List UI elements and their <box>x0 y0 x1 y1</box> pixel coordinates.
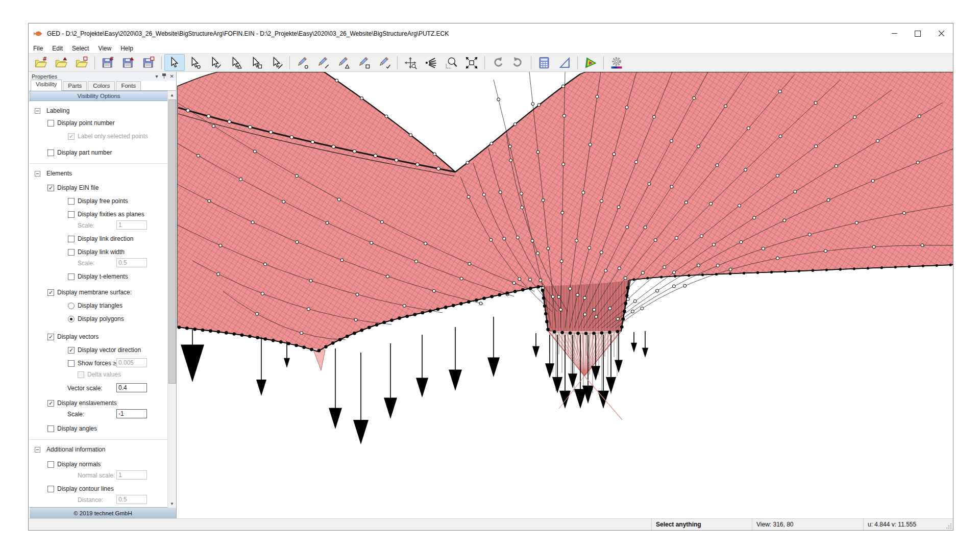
create-quad-button[interactable] <box>354 54 374 71</box>
tab-colors[interactable]: Colors <box>88 81 115 90</box>
row-display-link-width: Display link width <box>30 247 168 257</box>
display-contour-lines-checkbox[interactable] <box>47 486 54 492</box>
maximize-button[interactable] <box>906 23 929 43</box>
panel-close-icon[interactable]: ✕ <box>170 73 174 79</box>
menu-item-select[interactable]: Select <box>67 44 93 53</box>
display-fixities-as-planes-checkbox[interactable] <box>68 211 75 218</box>
display-enslavements-checkbox[interactable]: ✓ <box>47 400 54 407</box>
save-ein-file-button[interactable]: # <box>97 54 118 71</box>
distance-label: Distance: <box>78 496 103 504</box>
panel-menu-arrow-icon[interactable]: ▾ <box>156 73 158 79</box>
pencil-check-icon <box>378 56 391 69</box>
open-cut-file-button[interactable] <box>71 54 92 71</box>
save-cut-file-button[interactable] <box>138 54 159 71</box>
row-display-fixities-as-planes: Display fixities as planes <box>30 210 168 219</box>
measure-button[interactable] <box>554 54 575 71</box>
tab-fonts[interactable]: Fonts <box>116 81 141 90</box>
tab-visibility[interactable]: Visibility <box>31 80 62 91</box>
redo-button[interactable] <box>508 54 528 71</box>
display-link-direction-checkbox[interactable] <box>68 236 75 242</box>
menu-item-view[interactable]: View <box>93 44 116 53</box>
open-force-file-button[interactable] <box>51 54 71 71</box>
select-links-button[interactable] <box>205 54 226 71</box>
folder-triangle-icon <box>55 56 68 69</box>
scroll-up-icon[interactable]: ▲ <box>168 91 176 99</box>
row-display-normals: Display normals <box>30 460 168 469</box>
menu-item-edit[interactable]: Edit <box>47 44 67 53</box>
create-point-button[interactable] <box>292 54 313 71</box>
display-polygons-radio[interactable] <box>68 316 75 322</box>
calculator-button[interactable] <box>534 54 554 71</box>
cursor-circle-icon <box>188 56 202 69</box>
close-button[interactable] <box>929 23 953 43</box>
display-vector-direction-checkbox[interactable]: ✓ <box>68 347 75 354</box>
select-points-button[interactable] <box>185 54 205 71</box>
minimize-icon <box>892 33 897 34</box>
options-header: Visibility Options <box>30 91 168 101</box>
zoom-extents-button[interactable] <box>461 54 482 71</box>
show-forces-checkbox[interactable] <box>68 360 75 367</box>
display-enslavements-label: Display enslavements <box>57 399 117 407</box>
create-triangle-button[interactable] <box>333 54 354 71</box>
edit-element-button[interactable] <box>374 54 395 71</box>
viewport-canvas[interactable] <box>177 72 953 519</box>
display-free-points-checkbox[interactable] <box>68 198 75 205</box>
scroll-thumb[interactable] <box>168 99 176 384</box>
collapse-icon[interactable] <box>35 447 40 453</box>
save-square-icon <box>142 56 155 69</box>
undo-button[interactable] <box>487 54 508 71</box>
row-display-vector-direction: ✓Display vector direction <box>30 345 168 355</box>
title-bar: GED - D:\2_Projekte\Easy\2020\03_26_Webs… <box>29 23 953 43</box>
force-density-view-button[interactable] <box>580 54 601 71</box>
save-force-file-button[interactable] <box>118 54 138 71</box>
row-display-polygons: Display polygons <box>30 314 168 323</box>
display-link-width-checkbox[interactable] <box>68 249 75 256</box>
auto-hide-pin-icon[interactable] <box>162 73 166 79</box>
status-uv-coords: u: 4.844 v: 11.555 <box>863 519 944 530</box>
panel-scrollbar[interactable]: ▲ ▼ <box>167 91 176 508</box>
select-triangles-button[interactable] <box>226 54 246 71</box>
scroll-down-icon[interactable]: ▼ <box>168 499 176 508</box>
dynamic-zoom-button[interactable] <box>421 54 441 71</box>
save-triangle-icon <box>121 56 135 69</box>
select-elements-button[interactable] <box>266 54 287 71</box>
menu-item-help[interactable]: Help <box>116 44 138 53</box>
display-vector-direction-label: Display vector direction <box>78 346 141 354</box>
display-membrane-surface-label: Display membrane surface: <box>57 289 132 296</box>
minimize-button[interactable] <box>883 23 906 43</box>
select-anything-button[interactable] <box>164 54 185 71</box>
create-link-button[interactable] <box>313 54 333 71</box>
zoom-window-button[interactable] <box>441 54 461 71</box>
group-separator <box>30 163 168 164</box>
open-ein-file-button[interactable]: # <box>31 54 51 71</box>
row-display-free-points: Display free points <box>30 196 168 206</box>
display-part-number-checkbox[interactable] <box>47 149 54 156</box>
funnel-neck <box>542 280 629 334</box>
fd-triangle-icon <box>584 56 597 69</box>
row-show-forces: Show forces ≥ <box>30 359 168 368</box>
display-triangles-radio[interactable] <box>68 303 75 309</box>
display-t-elements-checkbox[interactable] <box>68 273 75 280</box>
row-display-link-direction: Display link direction <box>30 234 168 243</box>
select-quads-button[interactable] <box>246 54 266 71</box>
display-angles-checkbox[interactable] <box>47 425 54 432</box>
display-point-number-checkbox[interactable] <box>47 120 54 127</box>
collapse-icon[interactable] <box>35 108 40 114</box>
settings-button[interactable] <box>606 54 627 71</box>
collapse-icon[interactable] <box>35 171 40 177</box>
scale-input <box>116 220 147 230</box>
normal-scale-label: Normal scale: <box>78 472 115 479</box>
resize-grip[interactable] <box>944 519 953 530</box>
move-view-button[interactable] <box>400 54 421 71</box>
display-ein-file-checkbox[interactable]: ✓ <box>47 185 54 191</box>
vector-scale-input[interactable] <box>116 383 147 392</box>
pencil-circle-icon <box>296 56 309 69</box>
row-display-point-number: Display point number <box>30 118 168 128</box>
display-normals-checkbox[interactable] <box>47 461 54 468</box>
display-vectors-checkbox[interactable]: ✓ <box>47 334 54 340</box>
menu-item-file[interactable]: File <box>29 44 47 53</box>
display-t-elements-label: Display t-elements <box>78 273 128 280</box>
display-membrane-surface-checkbox[interactable]: ✓ <box>47 289 54 296</box>
scale-input[interactable] <box>116 409 147 418</box>
tab-parts[interactable]: Parts <box>63 81 87 90</box>
